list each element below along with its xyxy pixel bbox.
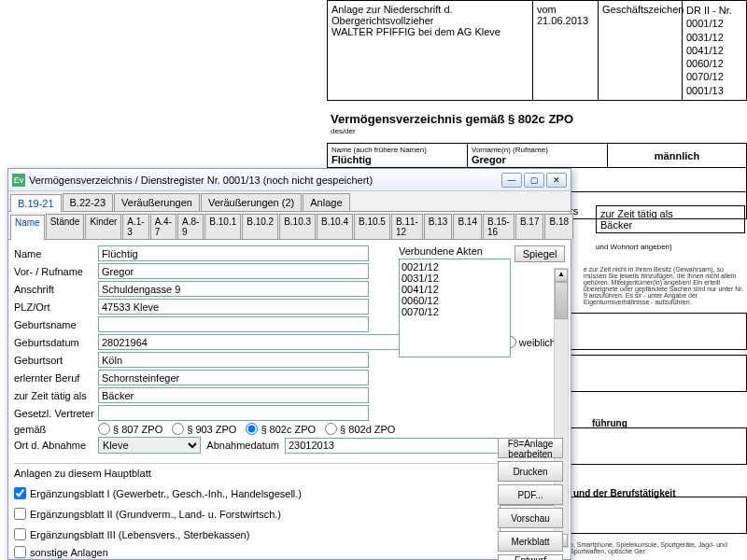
tab-sub[interactable]: B.10.2 — [242, 214, 278, 239]
erlernter-input[interactable] — [98, 370, 369, 385]
dr-number: 0001/12 — [686, 17, 735, 30]
akten-list[interactable]: 0021/120031/120041/120060/120070/12 — [399, 259, 511, 357]
tab-sub[interactable]: B.10.3 — [279, 214, 316, 239]
window-title: Vermögensverzeichnis / Dienstregister Nr… — [29, 175, 500, 186]
verbundene-akten-box: Verbundene Akten 0021/120031/120041/1200… — [399, 245, 511, 357]
name-input[interactable] — [98, 245, 369, 261]
doc-vom-value: 21.06.2013 — [537, 15, 594, 26]
geburtsdatum-input[interactable] — [98, 334, 405, 350]
attach-checkbox[interactable] — [14, 508, 26, 520]
tab-sub[interactable]: B.10.5 — [354, 214, 390, 239]
doc-dr-label: DR II - Nr. — [686, 4, 735, 17]
tab-sub[interactable]: A.4-7 — [150, 214, 176, 239]
gemass-radio[interactable] — [98, 423, 110, 435]
vorname-input[interactable] — [98, 263, 369, 279]
sonstige-checkbox[interactable] — [14, 546, 26, 558]
akten-item[interactable]: 0031/12 — [402, 273, 508, 284]
tab-top[interactable]: Veräußerungen (2) — [201, 193, 302, 211]
side-button[interactable]: Drucken — [498, 461, 563, 482]
doc-vom-label: vom — [537, 4, 594, 15]
tab-top[interactable]: B.19-21 — [10, 194, 62, 212]
form-panel: Name Vor- / Rufname Anschrift PLZ/Ort Ge… — [8, 240, 571, 557]
tab-sub[interactable]: B.14 — [453, 214, 482, 239]
tab-sub[interactable]: B.10.4 — [317, 214, 353, 239]
doc-anlage2: WALTER PFIFFIG bei dem AG Kleve — [331, 26, 529, 37]
dr-number: 0041/12 — [686, 44, 735, 57]
titlebar[interactable]: Ev Vermögensverzeichnis / Dienstregister… — [8, 169, 571, 191]
attach-checkbox[interactable] — [14, 528, 26, 540]
attachments-section: Anlagen zu diesem Hauptblatt Ergänzungsb… — [14, 463, 565, 560]
geburtsort-input[interactable] — [98, 352, 369, 368]
doc-title: Vermögensverzeichnis gemäß § 802c ZPO — [331, 112, 747, 126]
dr-number: 0001/13 — [686, 84, 735, 97]
side-button[interactable]: PDF... — [498, 484, 563, 505]
dr-number: 0031/12 — [686, 31, 735, 44]
tab-sub[interactable]: Stände — [46, 214, 85, 239]
doc-header: Anlage zur Niederschrift d. Obergerichts… — [327, 0, 747, 101]
tab-row-top: B.19-21B.22-23VeräußerungenVeräußerungen… — [8, 191, 571, 212]
tab-sub[interactable]: Kinder — [85, 214, 121, 239]
tab-sub[interactable]: B.13 — [424, 214, 453, 239]
spiegel-button[interactable]: Spiegel — [514, 245, 565, 262]
akten-item[interactable]: 0041/12 — [402, 284, 508, 295]
tab-sub[interactable]: B.11-12 — [391, 214, 423, 239]
doc-subtitle: des/der — [331, 127, 747, 135]
anschrift-input[interactable] — [98, 281, 369, 297]
tab-sub[interactable]: Name — [10, 215, 45, 240]
akten-item[interactable]: 0070/12 — [402, 306, 508, 317]
doc-gz-label: Geschäftszeichen — [599, 1, 683, 100]
side-button[interactable]: Entwurf speichern — [498, 554, 563, 560]
side-button-column: F8=Anlage bearbeitenDruckenPDF...Vorscha… — [498, 438, 563, 560]
minimize-button[interactable]: — — [501, 173, 522, 188]
dialog-window: Ev Vermögensverzeichnis / Dienstregister… — [7, 168, 571, 560]
side-button[interactable]: Vorschau — [498, 508, 563, 528]
side-button[interactable]: Merkblatt — [498, 531, 563, 552]
tab-sub[interactable]: B.15-16 — [483, 214, 514, 239]
scroll-thumb[interactable] — [555, 282, 568, 319]
scroll-up-icon[interactable]: ▲ — [555, 269, 568, 282]
tab-sub[interactable]: B.17 — [515, 214, 544, 239]
akten-item[interactable]: 0060/12 — [402, 295, 508, 306]
attach-checkbox[interactable] — [14, 487, 26, 499]
tab-sub[interactable]: B.10.1 — [204, 214, 241, 239]
tab-sub[interactable]: A.8-9 — [177, 214, 204, 239]
dr-number: 0070/12 — [686, 70, 735, 83]
geburtsname-input[interactable] — [98, 316, 369, 332]
gemass-radio[interactable] — [246, 423, 258, 435]
maximize-button[interactable]: ▢ — [524, 173, 544, 188]
gemass-radio[interactable] — [325, 423, 337, 435]
gesetzl-input[interactable] — [98, 405, 369, 421]
dr-number: 0060/12 — [686, 57, 735, 70]
tab-row-sub: NameStändeKinderA.1-3A.4-7A.8-9B.10.1B.1… — [8, 212, 571, 240]
tab-top[interactable]: Veräußerungen — [114, 193, 200, 211]
close-button[interactable]: ✕ — [546, 173, 567, 188]
tab-sub[interactable]: A.1-3 — [122, 214, 148, 239]
zurzeit-input[interactable] — [98, 387, 369, 403]
tab-top[interactable]: Anlage — [303, 193, 349, 211]
plzort-input[interactable] — [98, 299, 369, 315]
tab-top[interactable]: B.22-23 — [63, 193, 114, 211]
side-button[interactable]: F8=Anlage bearbeiten — [498, 438, 563, 458]
app-icon: Ev — [12, 174, 25, 187]
gemass-radio[interactable] — [172, 423, 184, 435]
akten-item[interactable]: 0021/12 — [402, 261, 508, 273]
ort-abnahme-select[interactable]: Kleve — [98, 437, 201, 454]
tab-sub[interactable]: B.18 — [544, 214, 573, 239]
doc-anlage1: Anlage zur Niederschrift d. Obergerichts… — [331, 4, 529, 26]
